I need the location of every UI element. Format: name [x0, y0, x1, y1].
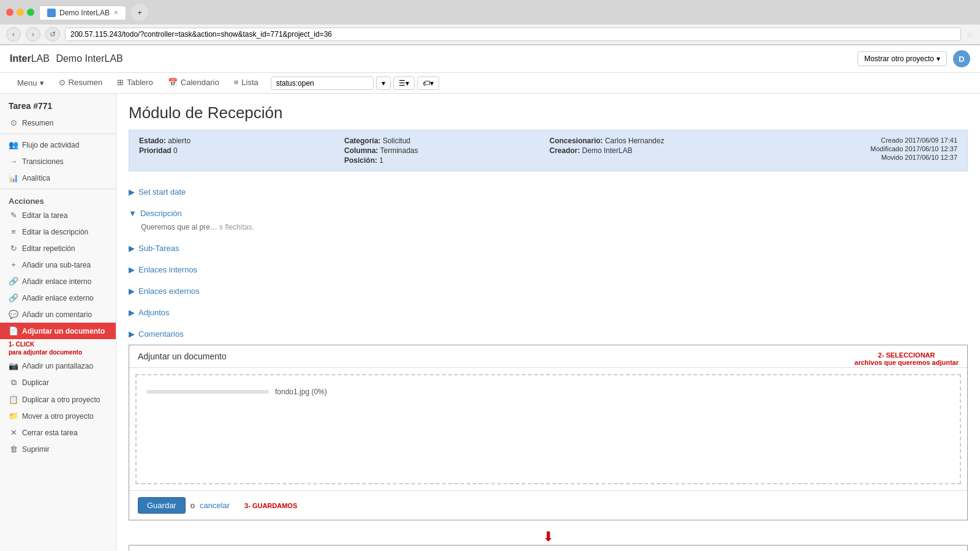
nav-calendario-label: Calendario — [181, 78, 219, 87]
sidebar-item-flujo[interactable]: 👥 Flujo de actividad — [0, 137, 116, 153]
sidebar-item-resumen-task[interactable]: ⊙ Resumen — [0, 114, 116, 131]
user-avatar[interactable]: D — [953, 50, 970, 67]
sidebar-item-editar-rep[interactable]: ↻ Editar repetición — [0, 240, 116, 257]
subtareas-arrow-icon: ▶ — [129, 244, 135, 253]
tab-favicon — [47, 9, 56, 17]
sidebar-item-transiciones[interactable]: → Transiciones — [0, 153, 116, 170]
sidebar-item-calendario[interactable]: 📅 Calendario — [160, 73, 227, 93]
sidebar-item-suprimir[interactable]: 🗑 Suprimir — [0, 441, 116, 457]
sidebar-divider-2 — [0, 189, 116, 189]
sidebar-divider-1 — [0, 133, 116, 134]
show-project-button[interactable]: Mostrar otro proyecto ▾ — [858, 51, 947, 66]
app-logo: InterLAB Demo InterLAB — [10, 53, 123, 64]
posicion-label: Posición: 1 — [344, 156, 547, 165]
maximize-window-button[interactable] — [27, 9, 34, 16]
chevron-down-icon: ▾ — [937, 54, 940, 63]
enlaces-ext-arrow-icon: ▶ — [129, 287, 135, 296]
modal-panel-success: Adjuntar un documento Todos los archivos… — [129, 545, 968, 551]
enlace-int-icon: 🔗 — [9, 277, 18, 286]
file-row-uploading: fondo1.jpg (0%) — [144, 383, 952, 401]
app-name: Demo InterLAB — [56, 53, 123, 64]
modificado-value: Modificado 2017/06/10 12:37 — [755, 145, 957, 152]
nav-resumen-label: Resumen — [69, 78, 103, 87]
new-tab-button[interactable]: + — [131, 4, 148, 21]
filter-buttons: ▾ ☰▾ 🏷▾ — [376, 77, 439, 90]
filter-icon-2: ☰▾ — [399, 79, 409, 88]
filter-button-2[interactable]: ☰▾ — [393, 77, 415, 90]
status-filter-input[interactable] — [271, 77, 374, 90]
sidebar-item-editar-tarea[interactable]: ✎ Editar la tarea — [0, 207, 116, 223]
editar-tarea-label: Editar la tarea — [22, 211, 68, 220]
sidebar-item-resumen[interactable]: ⊙ Resumen — [51, 73, 110, 93]
save-button[interactable]: Guardar — [138, 497, 186, 514]
flujo-label: Flujo de actividad — [22, 141, 79, 149]
sidebar-item-analitica[interactable]: 📊 Analítica — [0, 170, 116, 186]
adjuntar-label: Adjuntar un documento — [22, 327, 105, 335]
sidebar-item-editar-desc[interactable]: ≡ Editar la descripción — [0, 223, 116, 240]
logo-prefix: Inter — [10, 53, 31, 64]
filter-button-3[interactable]: 🏷▾ — [417, 77, 439, 90]
sidebar-item-anadir-enlace-int[interactable]: 🔗 Añadir enlace interno — [0, 273, 116, 290]
sidebar-item-cerrar[interactable]: ✕ Cerrar esta tarea — [0, 424, 116, 441]
editar-rep-icon: ↻ — [9, 244, 18, 253]
sidebar-item-duplicar-otro[interactable]: 📋 Duplicar a otro proyecto — [0, 391, 116, 408]
enlaces-internos-button[interactable]: ▶ Enlaces internos — [129, 263, 197, 277]
task-info-concesionario: Concesionario: Carlos Hernandez Creador:… — [549, 137, 752, 165]
modal-panel-upload-body[interactable]: fondo1.jpg (0%) — [135, 374, 961, 484]
adjuntos-button[interactable]: ▶ Adjuntos — [129, 305, 170, 320]
task-info-estado: Estado: abierto Prioridad 0 — [139, 137, 342, 165]
modal-panel-success-header: Adjuntar un documento — [129, 545, 967, 551]
categoria-label: Categoría: Solicitud — [344, 137, 547, 145]
comentarios-arrow-icon: ▶ — [129, 329, 135, 339]
sidebar-item-lista[interactable]: ≡ Lista — [227, 73, 266, 93]
arrow-down-icon: ⬇ — [543, 529, 554, 545]
lista-icon: ≡ — [234, 78, 239, 87]
subtareas-button[interactable]: ▶ Sub-Tareas — [129, 241, 179, 255]
menu-label: Menu — [17, 78, 37, 88]
tab-label: Demo InterLAB — [59, 9, 110, 17]
modal-footer-upload: Guardar o cancelar 3- GUARDAMOS — [129, 490, 967, 520]
sidebar-item-mover[interactable]: 📁 Mover a otro proyecto — [0, 408, 116, 424]
close-window-button[interactable] — [6, 9, 13, 16]
mover-icon: 📁 — [9, 411, 18, 421]
filter-button-1[interactable]: ▾ — [376, 77, 391, 90]
sidebar-item-anadir-comentario[interactable]: 💬 Añadir un comentario — [0, 306, 116, 323]
bookmark-icon[interactable]: ☆ — [966, 29, 974, 39]
enlaces-externos-button[interactable]: ▶ Enlaces externos — [129, 284, 200, 298]
modal1-annotation-save: 3- GUARDAMOS — [244, 502, 297, 509]
address-bar[interactable] — [65, 28, 961, 41]
refresh-button[interactable]: ↺ — [45, 27, 60, 42]
sidebar-item-pantallazao[interactable]: 📷 Añadir un pantallazao — [0, 358, 116, 374]
cancel-link[interactable]: cancelar — [200, 501, 230, 510]
browser-tab[interactable]: Demo InterLAB ✕ — [39, 6, 126, 20]
descripcion-label: Descripción — [140, 209, 182, 218]
filter-icon-1: ▾ — [382, 79, 385, 88]
duplicar-otro-label: Duplicar a otro proyecto — [22, 395, 100, 404]
descripcion-button[interactable]: ▼ Descripción — [129, 206, 182, 220]
set-start-date-button[interactable]: ▶ Set start date — [129, 185, 186, 199]
analitica-label: Analítica — [22, 174, 50, 182]
task-info-dates: Creado 2017/06/09 17:41 Modificado 2017/… — [755, 137, 957, 165]
cerrar-label: Cerrar esta tarea — [22, 429, 78, 437]
adjuntos-arrow-icon: ▶ — [129, 308, 135, 317]
forward-button[interactable]: › — [26, 27, 40, 42]
concesionario-value: Concesionario: Carlos Hernandez — [549, 137, 752, 145]
content-area: Módulo de Recepción Estado: abierto Prio… — [116, 94, 980, 551]
sidebar-item-tablero[interactable]: ⊞ Tablero — [110, 73, 160, 93]
sidebar-item-anadir-sub[interactable]: + Añadir una sub-tarea — [0, 257, 116, 273]
sidebar-resumen-label: Resumen — [22, 119, 53, 127]
anadir-sub-icon: + — [9, 260, 18, 269]
duplicar-label: Duplicar — [22, 378, 49, 387]
back-button[interactable]: ‹ — [6, 27, 21, 42]
menu-button[interactable]: Menu ▾ — [10, 73, 51, 92]
transiciones-icon: → — [9, 157, 18, 166]
tab-close-button[interactable]: ✕ — [113, 9, 118, 16]
modal-area: Adjuntar un documento 2- SELECCIONAR arc… — [116, 345, 980, 551]
movido-value: Movido 2017/06/10 12:37 — [755, 154, 957, 161]
minimize-window-button[interactable] — [17, 9, 24, 16]
sidebar-item-anadir-enlace-ext[interactable]: 🔗 Añadir enlace externo — [0, 290, 116, 306]
sidebar-item-duplicar[interactable]: ⧉ Duplicar — [0, 374, 116, 391]
comentarios-button[interactable]: ▶ Comentarios — [129, 327, 184, 341]
browser-chrome: Demo InterLAB ✕ + ‹ › ↺ ☆ — [0, 0, 980, 45]
sidebar-item-adjuntar[interactable]: 📄 Adjuntar un documento — [0, 323, 116, 339]
